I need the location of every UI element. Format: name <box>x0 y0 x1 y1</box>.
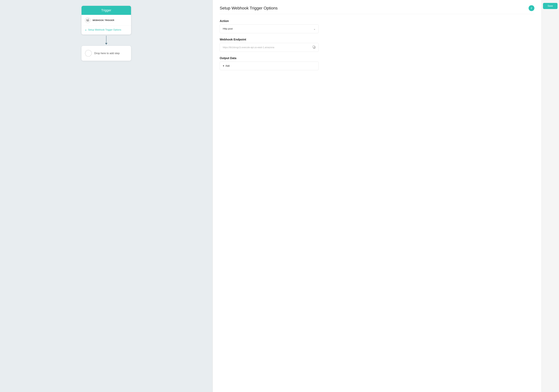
arrow-line <box>106 36 106 43</box>
webhook-trigger-label: WEBHOOK TRIGGER <box>93 19 114 21</box>
add-button-label: Add <box>225 65 230 67</box>
svg-rect-3 <box>313 46 315 48</box>
arrow-head <box>105 43 107 45</box>
canvas-area: Trigger WEBH <box>0 0 212 392</box>
output-data-section: Output Data + Add <box>220 56 534 70</box>
setup-plus-icon: + <box>85 28 87 32</box>
trigger-card-body: WEBHOOK TRIGGER + Setup Webhook Trigger … <box>82 15 131 35</box>
add-plus-icon: + <box>223 64 224 67</box>
endpoint-label: Webhook Endpoint <box>220 38 534 41</box>
drop-circle-icon <box>85 50 92 57</box>
right-panel: Setup Webhook Trigger Options i Action H… <box>213 0 541 392</box>
action-dropdown[interactable]: Http post ⌄ <box>220 24 319 33</box>
trigger-card-title: Trigger <box>101 9 111 12</box>
panel-title: Setup Webhook Trigger Options <box>220 6 278 10</box>
drop-zone-text: Drop here to add step <box>94 52 120 55</box>
setup-link-text: Setup Webhook Trigger Options <box>88 28 121 31</box>
endpoint-field: https://tb1dvngz1i.execute-api.us-east-1… <box>220 43 319 52</box>
endpoint-placeholder: https://tb1dvngz1i.execute-api.us-east-1… <box>223 46 274 49</box>
endpoint-section: Webhook Endpoint https://tb1dvngz1i.exec… <box>220 38 534 52</box>
add-output-button[interactable]: + Add <box>223 64 316 67</box>
right-sidebar: Save <box>541 0 559 392</box>
action-section: Action Http post ⌄ <box>220 19 534 33</box>
action-dropdown-value: Http post <box>223 27 233 30</box>
trigger-card-header: Trigger <box>82 6 131 15</box>
output-data-label: Output Data <box>220 56 534 60</box>
setup-link-row[interactable]: + Setup Webhook Trigger Options <box>82 26 131 35</box>
action-label: Action <box>220 19 534 23</box>
save-button[interactable]: Save <box>543 3 558 9</box>
trigger-card: Trigger WEBH <box>82 6 131 35</box>
arrow-connector <box>105 36 107 45</box>
drop-zone-card[interactable]: Drop here to add step <box>82 46 131 61</box>
chevron-down-icon: ⌄ <box>313 27 316 30</box>
info-icon: i <box>531 7 532 10</box>
copy-icon[interactable] <box>312 46 316 49</box>
panel-header: Setup Webhook Trigger Options i <box>220 5 534 14</box>
webhook-trigger-row[interactable]: WEBHOOK TRIGGER <box>82 15 131 26</box>
output-data-box: + Add <box>220 62 319 70</box>
info-button[interactable]: i <box>529 5 534 11</box>
webhook-icon <box>85 18 91 23</box>
